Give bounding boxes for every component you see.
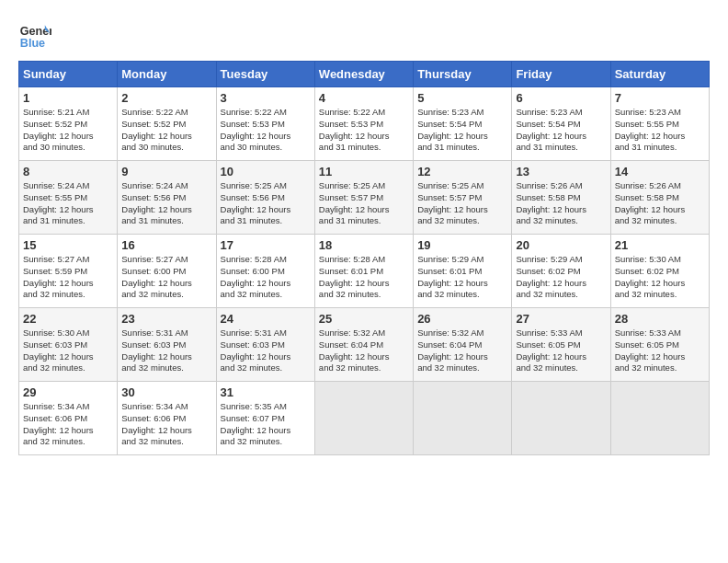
day-number: 3: [221, 91, 311, 105]
column-header-sunday: Sunday: [19, 62, 118, 87]
logo: General Blue: [18, 18, 51, 52]
day-number: 4: [319, 91, 409, 105]
cell-content: Sunrise: 5:26 AM Sunset: 5:58 PM Dayligh…: [516, 180, 606, 227]
cell-content: Sunrise: 5:35 AM Sunset: 6:07 PM Dayligh…: [221, 401, 311, 448]
calendar-cell: 8Sunrise: 5:24 AM Sunset: 5:55 PM Daylig…: [19, 161, 118, 235]
calendar-cell: 2Sunrise: 5:22 AM Sunset: 5:52 PM Daylig…: [118, 87, 216, 161]
cell-content: Sunrise: 5:26 AM Sunset: 5:58 PM Dayligh…: [615, 180, 705, 227]
calendar-cell: 13Sunrise: 5:26 AM Sunset: 5:58 PM Dayli…: [512, 161, 610, 235]
cell-content: Sunrise: 5:27 AM Sunset: 6:00 PM Dayligh…: [121, 254, 211, 301]
calendar-cell: 17Sunrise: 5:28 AM Sunset: 6:00 PM Dayli…: [216, 235, 314, 308]
calendar-cell: 11Sunrise: 5:25 AM Sunset: 5:57 PM Dayli…: [314, 161, 413, 235]
day-number: 20: [516, 238, 606, 252]
week-row-5: 29Sunrise: 5:34 AM Sunset: 6:06 PM Dayli…: [19, 382, 710, 455]
calendar-cell: 20Sunrise: 5:29 AM Sunset: 6:02 PM Dayli…: [512, 235, 610, 308]
calendar-cell: 18Sunrise: 5:28 AM Sunset: 6:01 PM Dayli…: [314, 235, 413, 308]
svg-text:Blue: Blue: [20, 37, 45, 50]
cell-content: Sunrise: 5:25 AM Sunset: 5:56 PM Dayligh…: [221, 180, 311, 227]
calendar-cell: 5Sunrise: 5:23 AM Sunset: 5:54 PM Daylig…: [414, 87, 512, 161]
column-header-monday: Monday: [118, 62, 216, 87]
cell-content: Sunrise: 5:24 AM Sunset: 5:56 PM Dayligh…: [121, 180, 211, 227]
day-number: 11: [319, 165, 409, 178]
cell-content: Sunrise: 5:34 AM Sunset: 6:06 PM Dayligh…: [23, 401, 113, 448]
cell-content: Sunrise: 5:33 AM Sunset: 6:05 PM Dayligh…: [615, 327, 705, 374]
calendar-cell: 27Sunrise: 5:33 AM Sunset: 6:05 PM Dayli…: [512, 308, 610, 382]
column-header-friday: Friday: [512, 62, 610, 87]
calendar-cell: [314, 382, 413, 455]
calendar-cell: 21Sunrise: 5:30 AM Sunset: 6:02 PM Dayli…: [610, 235, 709, 308]
calendar-cell: 24Sunrise: 5:31 AM Sunset: 6:03 PM Dayli…: [216, 308, 314, 382]
day-number: 13: [516, 165, 606, 178]
calendar-cell: 26Sunrise: 5:32 AM Sunset: 6:04 PM Dayli…: [414, 308, 512, 382]
day-number: 25: [319, 312, 409, 326]
calendar-cell: 1Sunrise: 5:21 AM Sunset: 5:52 PM Daylig…: [19, 87, 118, 161]
calendar-cell: 19Sunrise: 5:29 AM Sunset: 6:01 PM Dayli…: [414, 235, 512, 308]
cell-content: Sunrise: 5:31 AM Sunset: 6:03 PM Dayligh…: [221, 327, 311, 374]
calendar-cell: 9Sunrise: 5:24 AM Sunset: 5:56 PM Daylig…: [118, 161, 216, 235]
day-number: 1: [23, 91, 113, 105]
logo-icon: General Blue: [18, 18, 51, 52]
column-header-wednesday: Wednesday: [314, 62, 413, 87]
calendar-cell: 12Sunrise: 5:25 AM Sunset: 5:57 PM Dayli…: [414, 161, 512, 235]
cell-content: Sunrise: 5:31 AM Sunset: 6:03 PM Dayligh…: [121, 327, 211, 374]
calendar-cell: 14Sunrise: 5:26 AM Sunset: 5:58 PM Dayli…: [610, 161, 709, 235]
week-row-2: 8Sunrise: 5:24 AM Sunset: 5:55 PM Daylig…: [19, 161, 710, 235]
cell-content: Sunrise: 5:34 AM Sunset: 6:06 PM Dayligh…: [121, 401, 211, 448]
day-number: 22: [23, 312, 113, 326]
cell-content: Sunrise: 5:25 AM Sunset: 5:57 PM Dayligh…: [319, 180, 409, 227]
calendar-body: 1Sunrise: 5:21 AM Sunset: 5:52 PM Daylig…: [19, 87, 710, 455]
cell-content: Sunrise: 5:25 AM Sunset: 5:57 PM Dayligh…: [417, 180, 507, 227]
day-number: 10: [221, 165, 311, 178]
cell-content: Sunrise: 5:21 AM Sunset: 5:52 PM Dayligh…: [23, 107, 113, 154]
day-number: 27: [516, 312, 606, 326]
cell-content: Sunrise: 5:28 AM Sunset: 6:01 PM Dayligh…: [319, 254, 409, 301]
calendar-cell: 29Sunrise: 5:34 AM Sunset: 6:06 PM Dayli…: [19, 382, 118, 455]
day-number: 8: [23, 165, 113, 178]
cell-content: Sunrise: 5:23 AM Sunset: 5:54 PM Dayligh…: [417, 107, 507, 154]
day-number: 2: [121, 91, 211, 105]
day-number: 9: [121, 165, 211, 178]
column-header-saturday: Saturday: [610, 62, 709, 87]
calendar-cell: 22Sunrise: 5:30 AM Sunset: 6:03 PM Dayli…: [19, 308, 118, 382]
day-number: 31: [221, 385, 311, 399]
cell-content: Sunrise: 5:23 AM Sunset: 5:55 PM Dayligh…: [615, 107, 705, 154]
calendar-cell: 31Sunrise: 5:35 AM Sunset: 6:07 PM Dayli…: [216, 382, 314, 455]
cell-content: Sunrise: 5:32 AM Sunset: 6:04 PM Dayligh…: [319, 327, 409, 374]
day-number: 5: [417, 91, 507, 105]
week-row-1: 1Sunrise: 5:21 AM Sunset: 5:52 PM Daylig…: [19, 87, 710, 161]
calendar-cell: 15Sunrise: 5:27 AM Sunset: 5:59 PM Dayli…: [19, 235, 118, 308]
cell-content: Sunrise: 5:29 AM Sunset: 6:02 PM Dayligh…: [516, 254, 606, 301]
cell-content: Sunrise: 5:30 AM Sunset: 6:03 PM Dayligh…: [23, 327, 113, 374]
day-number: 16: [121, 238, 211, 252]
cell-content: Sunrise: 5:23 AM Sunset: 5:54 PM Dayligh…: [516, 107, 606, 154]
day-number: 14: [615, 165, 705, 178]
day-number: 12: [417, 165, 507, 178]
calendar-cell: 30Sunrise: 5:34 AM Sunset: 6:06 PM Dayli…: [118, 382, 216, 455]
cell-content: Sunrise: 5:27 AM Sunset: 5:59 PM Dayligh…: [23, 254, 113, 301]
header-row: SundayMondayTuesdayWednesdayThursdayFrid…: [19, 62, 710, 87]
calendar-header: SundayMondayTuesdayWednesdayThursdayFrid…: [19, 62, 710, 87]
cell-content: Sunrise: 5:33 AM Sunset: 6:05 PM Dayligh…: [516, 327, 606, 374]
calendar-cell: [414, 382, 512, 455]
day-number: 18: [319, 238, 409, 252]
cell-content: Sunrise: 5:22 AM Sunset: 5:53 PM Dayligh…: [319, 107, 409, 154]
cell-content: Sunrise: 5:22 AM Sunset: 5:52 PM Dayligh…: [121, 107, 211, 154]
cell-content: Sunrise: 5:28 AM Sunset: 6:00 PM Dayligh…: [221, 254, 311, 301]
day-number: 15: [23, 238, 113, 252]
cell-content: Sunrise: 5:29 AM Sunset: 6:01 PM Dayligh…: [417, 254, 507, 301]
calendar-cell: [610, 382, 709, 455]
week-row-4: 22Sunrise: 5:30 AM Sunset: 6:03 PM Dayli…: [19, 308, 710, 382]
calendar-cell: 3Sunrise: 5:22 AM Sunset: 5:53 PM Daylig…: [216, 87, 314, 161]
day-number: 29: [23, 385, 113, 399]
cell-content: Sunrise: 5:22 AM Sunset: 5:53 PM Dayligh…: [221, 107, 311, 154]
calendar-cell: 4Sunrise: 5:22 AM Sunset: 5:53 PM Daylig…: [314, 87, 413, 161]
page-header: General Blue: [18, 18, 710, 52]
calendar-cell: 6Sunrise: 5:23 AM Sunset: 5:54 PM Daylig…: [512, 87, 610, 161]
calendar-cell: 7Sunrise: 5:23 AM Sunset: 5:55 PM Daylig…: [610, 87, 709, 161]
day-number: 23: [121, 312, 211, 326]
calendar-cell: 10Sunrise: 5:25 AM Sunset: 5:56 PM Dayli…: [216, 161, 314, 235]
day-number: 21: [615, 238, 705, 252]
day-number: 26: [417, 312, 507, 326]
calendar-cell: 23Sunrise: 5:31 AM Sunset: 6:03 PM Dayli…: [118, 308, 216, 382]
cell-content: Sunrise: 5:30 AM Sunset: 6:02 PM Dayligh…: [615, 254, 705, 301]
